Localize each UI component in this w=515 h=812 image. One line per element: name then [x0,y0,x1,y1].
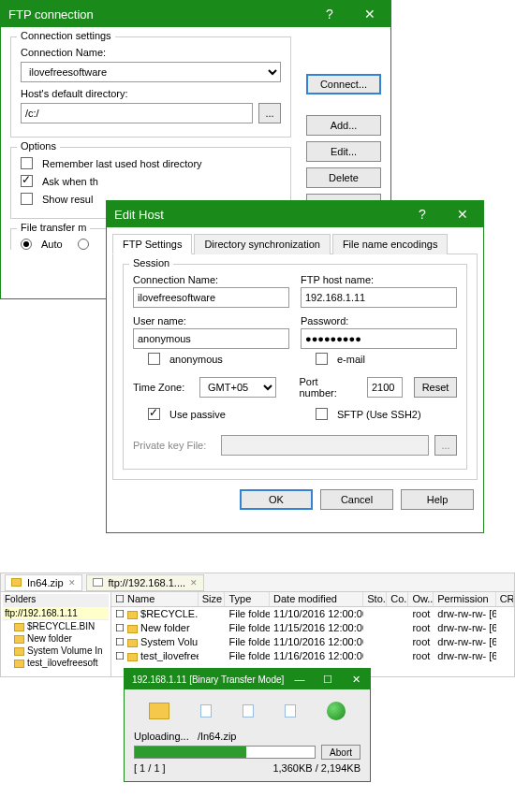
byte-count: 1,360KB / 2,194KB [272,762,360,774]
ask-checkbox[interactable] [21,175,33,187]
folder-icon [14,623,24,631]
connection-settings-group: Connection settings Connection Name: ilo… [10,36,291,138]
tree-item[interactable]: test_ilovefreesoft [3,657,109,669]
session-group: Session Connection Name: FTP host name: … [123,264,467,470]
user-input[interactable] [133,328,289,349]
cname-label: Connection Name: [133,274,218,285]
options-legend: Options [17,140,60,152]
help-button[interactable]: Help [401,489,474,510]
folder-icon [14,635,24,644]
ftp-icon [93,578,103,587]
auto-label: Auto [41,239,63,250]
conn-legend: Connection settings [17,30,115,41]
tab-dir-sync[interactable]: Directory synchronization [194,234,331,254]
folder-icon [14,647,24,656]
file-browser: In64.zip✕ ftp://192.168.1....✕ Folders f… [0,573,515,677]
anon-checkbox[interactable] [148,353,160,365]
close-icon[interactable]: ✕ [342,669,370,689]
folder-tree-pane: Folders ftp://192.168.1.11 $RECYCLE.BINN… [1,592,111,676]
pkey-input [221,435,429,456]
tz-label: Time Zone: [133,382,188,393]
add-button[interactable]: Add... [306,115,381,136]
pass-input[interactable] [301,328,457,349]
email-checkbox[interactable] [316,353,328,365]
port-input[interactable] [367,377,403,398]
passive-checkbox[interactable] [148,408,160,420]
folder-icon [149,703,169,719]
user-label: User name: [133,315,186,326]
progress-bar [134,746,316,759]
edit-host-buttons: OK Cancel Help [107,480,483,519]
help-icon[interactable]: ? [311,1,348,27]
ftm-legend: File transfer m [17,222,90,233]
close-tab-icon[interactable]: ✕ [190,578,198,587]
edit-host-title: Edit Host [114,208,404,222]
tab-ftp-settings[interactable]: FTP Settings [112,234,192,254]
column-headers[interactable]: ☐ Name Size Type Date modified Sto... Co… [111,592,514,607]
close-icon[interactable]: ✕ [441,201,483,227]
host-input[interactable] [301,287,457,308]
help-icon[interactable]: ? [404,201,441,227]
session-legend: Session [129,257,173,268]
host-dir-label: Host's default directory: [21,88,128,99]
table-row[interactable]: ☐ System Volume InformationFile folder11… [111,635,514,649]
delete-button[interactable]: Delete [306,167,381,188]
minimize-icon[interactable]: — [286,669,314,689]
reset-button[interactable]: Reset [414,377,457,398]
email-label: e-mail [337,354,365,365]
tab-ftp[interactable]: ftp://192.168.1....✕ [86,574,205,591]
pkey-browse-button: ... [434,435,457,456]
show-checkbox[interactable] [21,193,33,205]
show-label: Show resul [42,194,93,205]
browser-tabbar: In64.zip✕ ftp://192.168.1....✕ [1,573,514,592]
port-label: Port number: [299,376,356,399]
tree-item[interactable]: $RECYCLE.BIN [3,620,109,632]
conn-name-label: Connection Name: [21,47,106,58]
tab-filename-enc[interactable]: File name encodings [332,234,449,254]
page-icon [200,704,212,718]
file-list-pane: ☐ Name Size Type Date modified Sto... Co… [111,592,514,676]
abort-button[interactable]: Abort [321,745,360,760]
host-dir-input[interactable] [21,103,253,123]
tree-item[interactable]: New folder [3,632,109,645]
maximize-icon[interactable]: ☐ [314,669,342,689]
remember-label: Remember last used host directory [42,158,202,169]
tz-select[interactable]: GMT+05 [199,377,276,398]
remember-checkbox[interactable] [21,157,33,169]
folders-header: Folders [3,594,109,607]
tab-archive[interactable]: In64.zip✕ [5,574,82,591]
page-icon [285,704,296,718]
close-icon[interactable]: ✕ [348,1,390,27]
table-row[interactable]: ☐ test_ilovefreesoftwareFile folder11/16… [111,649,514,663]
auto-radio[interactable] [21,239,32,250]
page-icon [243,704,254,718]
sftp-label: SFTP (Use SSH2) [337,409,421,420]
folder-icon [127,639,138,647]
edit-host-titlebar: Edit Host ? ✕ [107,201,483,227]
archive-icon [11,578,22,587]
close-tab-icon[interactable]: ✕ [68,578,76,587]
sftp-checkbox[interactable] [316,408,328,420]
other-radio[interactable] [78,239,89,250]
transfer-dialog: 192.168.1.11 [Binary Transfer Mode] — ☐ … [124,668,371,782]
folder-icon [127,653,138,661]
xfer-title: 192.168.1.11 [Binary Transfer Mode] [132,674,286,685]
edit-host-tabs: FTP Settings Directory synchronization F… [112,233,478,254]
table-row[interactable]: ☐ $RECYCLE.BINFile folder11/10/2016 12:0… [111,607,514,621]
connect-button[interactable]: Connect... [306,74,381,94]
conn-name-select[interactable]: ilovefreesoftware [21,62,281,82]
table-row[interactable]: ☐ New folderFile folder11/15/2016 12:00:… [111,621,514,635]
address-bar[interactable]: ftp://192.168.1.11 [3,607,109,620]
cancel-button[interactable]: Cancel [320,489,393,510]
edit-button[interactable]: Edit... [306,141,381,162]
browse-dir-button[interactable]: ... [258,103,281,123]
edit-host-dialog: Edit Host ? ✕ FTP Settings Directory syn… [106,200,484,533]
ok-button[interactable]: OK [240,489,313,510]
pass-label: Password: [301,315,348,326]
cname-input[interactable] [133,287,289,308]
pkey-label: Private key File: [133,440,215,451]
passive-label: Use passive [169,409,226,420]
globe-icon [327,702,346,720]
host-label: FTP host name: [301,274,374,285]
tree-item[interactable]: System Volume In [3,645,109,657]
